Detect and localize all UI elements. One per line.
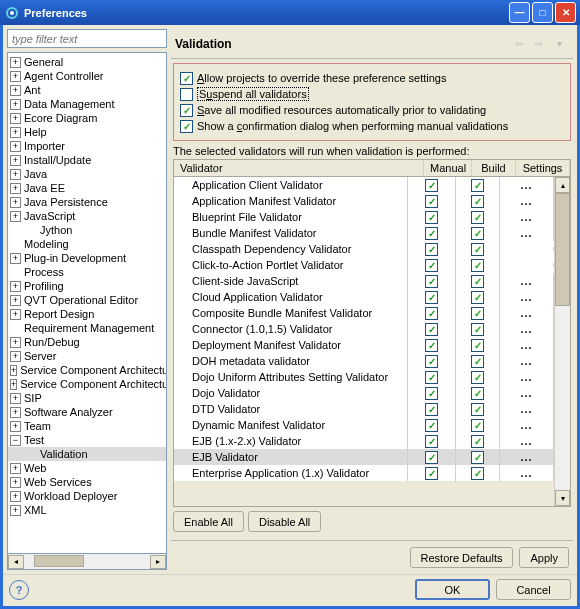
suspend-all-checkbox[interactable] — [180, 88, 193, 101]
expand-icon[interactable]: + — [10, 183, 21, 194]
suspend-all-option[interactable]: Suspend all validators — [180, 86, 564, 102]
expand-icon[interactable]: + — [10, 155, 21, 166]
settings-button[interactable]: ... — [520, 403, 532, 415]
manual-checkbox[interactable] — [425, 179, 438, 192]
col-validator[interactable]: Validator — [174, 160, 424, 176]
expand-icon[interactable]: + — [10, 253, 21, 264]
settings-button[interactable]: ... — [520, 435, 532, 447]
nav-back-icon[interactable]: ⇦ — [511, 37, 527, 51]
expand-icon[interactable]: + — [10, 491, 21, 502]
tree-item[interactable]: +Importer — [8, 139, 166, 153]
col-settings[interactable]: Settings — [516, 160, 570, 176]
table-row[interactable]: Blueprint File Validator... — [174, 209, 554, 225]
build-checkbox[interactable] — [471, 371, 484, 384]
settings-button[interactable]: ... — [520, 387, 532, 399]
expand-icon[interactable]: + — [10, 505, 21, 516]
expand-icon[interactable]: + — [10, 393, 21, 404]
expand-icon[interactable]: + — [10, 169, 21, 180]
settings-button[interactable]: ... — [520, 467, 532, 479]
table-row[interactable]: Application Client Validator... — [174, 177, 554, 193]
manual-checkbox[interactable] — [425, 307, 438, 320]
table-row[interactable]: Dojo Validator... — [174, 385, 554, 401]
build-checkbox[interactable] — [471, 291, 484, 304]
expand-icon[interactable]: + — [10, 99, 21, 110]
manual-checkbox[interactable] — [425, 419, 438, 432]
build-checkbox[interactable] — [471, 211, 484, 224]
nav-menu-icon[interactable]: ▾ — [551, 37, 567, 51]
col-manual[interactable]: Manual — [424, 160, 472, 176]
manual-checkbox[interactable] — [425, 291, 438, 304]
table-row[interactable]: Client-side JavaScript... — [174, 273, 554, 289]
table-row[interactable]: Cloud Application Validator... — [174, 289, 554, 305]
settings-button[interactable]: ... — [520, 291, 532, 303]
build-checkbox[interactable] — [471, 451, 484, 464]
tree-item[interactable]: +Plug-in Development — [8, 251, 166, 265]
disable-all-button[interactable]: Disable All — [248, 511, 321, 532]
apply-button[interactable]: Apply — [519, 547, 569, 568]
tree-item[interactable]: +Team — [8, 419, 166, 433]
tree-item[interactable]: +Profiling — [8, 279, 166, 293]
tree-item[interactable]: Validation — [8, 447, 166, 461]
restore-defaults-button[interactable]: Restore Defaults — [410, 547, 514, 568]
tree-item[interactable]: +Java Persistence — [8, 195, 166, 209]
expand-icon[interactable]: + — [10, 379, 17, 390]
settings-button[interactable]: ... — [520, 419, 532, 431]
tree-item[interactable]: +Help — [8, 125, 166, 139]
tree-item[interactable]: Process — [8, 265, 166, 279]
help-icon[interactable]: ? — [9, 580, 29, 600]
manual-checkbox[interactable] — [425, 275, 438, 288]
manual-checkbox[interactable] — [425, 451, 438, 464]
build-checkbox[interactable] — [471, 275, 484, 288]
expand-icon[interactable]: + — [10, 211, 21, 222]
save-modified-checkbox[interactable] — [180, 104, 193, 117]
build-checkbox[interactable] — [471, 403, 484, 416]
settings-button[interactable]: ... — [520, 323, 532, 335]
build-checkbox[interactable] — [471, 419, 484, 432]
build-checkbox[interactable] — [471, 339, 484, 352]
maximize-button[interactable]: □ — [532, 2, 553, 23]
build-checkbox[interactable] — [471, 323, 484, 336]
tree-item[interactable]: +Web Services — [8, 475, 166, 489]
tree-item[interactable]: +Agent Controller — [8, 69, 166, 83]
settings-button[interactable]: ... — [520, 275, 532, 287]
expand-icon[interactable]: + — [10, 463, 21, 474]
tree-item[interactable]: Requirement Management — [8, 321, 166, 335]
nav-forward-icon[interactable]: ⇨ — [531, 37, 547, 51]
build-checkbox[interactable] — [471, 243, 484, 256]
tree-item[interactable]: +XML — [8, 503, 166, 517]
expand-icon[interactable]: + — [10, 351, 21, 362]
manual-checkbox[interactable] — [425, 195, 438, 208]
scroll-right-icon[interactable]: ▸ — [150, 555, 166, 569]
build-checkbox[interactable] — [471, 355, 484, 368]
settings-button[interactable]: ... — [520, 355, 532, 367]
tree-item[interactable]: −Test — [8, 433, 166, 447]
tree-item[interactable]: +Service Component Architectu — [8, 377, 166, 391]
build-checkbox[interactable] — [471, 259, 484, 272]
table-vscrollbar[interactable]: ▴ ▾ — [554, 177, 570, 506]
enable-all-button[interactable]: Enable All — [173, 511, 244, 532]
build-checkbox[interactable] — [471, 195, 484, 208]
expand-icon[interactable]: + — [10, 421, 21, 432]
tree-item[interactable]: +Service Component Architectu — [8, 363, 166, 377]
tree-item[interactable]: +General — [8, 55, 166, 69]
expand-icon[interactable]: + — [10, 309, 21, 320]
allow-override-option[interactable]: Allow projects to override these prefere… — [180, 70, 564, 86]
expand-icon[interactable]: + — [10, 365, 17, 376]
cancel-button[interactable]: Cancel — [496, 579, 571, 600]
build-checkbox[interactable] — [471, 387, 484, 400]
tree-item[interactable]: +Web — [8, 461, 166, 475]
tree-item[interactable]: +Ant — [8, 83, 166, 97]
table-row[interactable]: EJB (1.x-2.x) Validator... — [174, 433, 554, 449]
tree-item[interactable]: Modeling — [8, 237, 166, 251]
manual-checkbox[interactable] — [425, 211, 438, 224]
expand-icon[interactable]: + — [10, 57, 21, 68]
validators-table-body[interactable]: Application Client Validator... Applicat… — [174, 177, 554, 506]
settings-button[interactable]: ... — [520, 227, 532, 239]
expand-icon[interactable]: + — [10, 141, 21, 152]
table-row[interactable]: Enterprise Application (1.x) Validator..… — [174, 465, 554, 481]
tree-item[interactable]: +Java EE — [8, 181, 166, 195]
table-row[interactable]: Dynamic Manifest Validator... — [174, 417, 554, 433]
manual-checkbox[interactable] — [425, 243, 438, 256]
hscroll-thumb[interactable] — [34, 555, 84, 567]
settings-button[interactable]: ... — [520, 371, 532, 383]
